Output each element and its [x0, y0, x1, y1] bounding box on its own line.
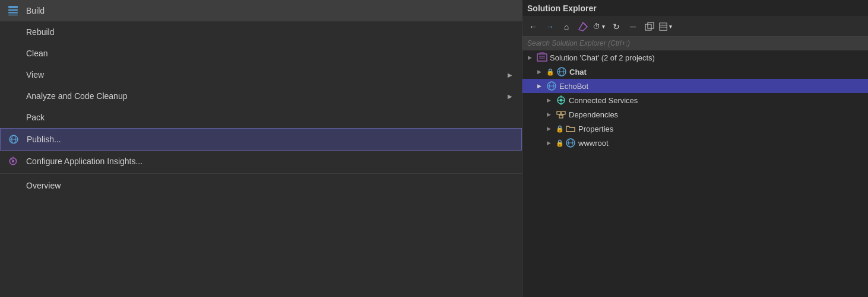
menu-item-view[interactable]: View ▶: [0, 64, 522, 85]
svg-rect-11: [645, 24, 651, 30]
svg-rect-33: [559, 115, 563, 118]
toolbar-vs-btn[interactable]: [576, 20, 590, 34]
chat-icon-group: 🔒: [546, 66, 567, 77]
pack-spacer: [7, 111, 19, 123]
menu-item-build[interactable]: Build: [0, 0, 522, 21]
tree-echobot-project[interactable]: ▶ EchoBot: [522, 79, 868, 93]
context-menu: Build Rebuild Clean View ▶ Analyze and C…: [0, 0, 522, 297]
analyze-content: Analyze and Code Cleanup: [7, 90, 127, 102]
solution-explorer-header: Solution Explorer: [522, 0, 868, 17]
overview-spacer: [7, 180, 19, 191]
insights-icon: [7, 155, 19, 167]
toolbar-filter-btn[interactable]: ▼: [659, 20, 673, 34]
solution-explorer-search[interactable]: Search Solution Explorer (Ctrl+;): [522, 37, 868, 50]
menu-item-clean-label: Clean: [26, 49, 48, 58]
menu-item-build-label: Build: [26, 6, 45, 15]
svg-point-26: [560, 99, 563, 102]
tree-connected-services[interactable]: ▶ Connected Services: [522, 93, 868, 107]
tree-wwwroot[interactable]: ▶ 🔒 wwwroot: [522, 136, 868, 150]
menu-item-rebuild-label: Rebuild: [26, 27, 54, 37]
view-content: View: [7, 69, 44, 81]
toolbar-home-btn[interactable]: ⌂: [559, 20, 574, 34]
dependencies-icon: [556, 109, 566, 120]
svg-point-8: [12, 160, 15, 163]
toolbar-history-btn[interactable]: ⏱ ▼: [593, 20, 607, 34]
solution-explorer-panel: Solution Explorer ← → ⌂ ⏱ ▼ ↻ ─: [522, 0, 868, 297]
analyze-spacer: [7, 90, 19, 102]
menu-item-view-label: View: [26, 70, 44, 79]
menu-item-analyze-label: Analyze and Code Cleanup: [26, 91, 127, 101]
rebuild-spacer: [7, 26, 19, 38]
solution-explorer-tree: ▶ Solution 'Chat' (2 of 2 projects) ▶ 🔒: [522, 50, 868, 297]
menu-item-publish-label: Publish...: [27, 135, 61, 144]
toolbar-forward-btn[interactable]: →: [543, 20, 557, 34]
menu-item-pack-label: Pack: [26, 113, 45, 122]
menu-item-insights-label: Configure Application Insights...: [26, 157, 142, 166]
view-spacer: [7, 69, 19, 81]
menu-item-publish[interactable]: Publish...: [0, 128, 522, 151]
svg-rect-12: [648, 23, 654, 28]
wwwroot-lock-icon: 🔒: [556, 139, 564, 147]
toolbar-back-btn[interactable]: ←: [526, 20, 540, 34]
svg-rect-0: [8, 6, 18, 8]
properties-lock-icon: 🔒: [556, 125, 564, 133]
search-placeholder: Search Solution Explorer (Ctrl+;): [527, 39, 630, 47]
chat-globe-icon: [556, 66, 567, 77]
toolbar-refresh-btn[interactable]: ↻: [609, 20, 623, 34]
dependencies-expand-icon[interactable]: ▶: [544, 110, 553, 119]
menu-item-overview[interactable]: Overview: [0, 175, 522, 196]
view-submenu-arrow: ▶: [508, 72, 512, 78]
build-icon: [7, 5, 19, 17]
menu-divider: [0, 173, 522, 174]
connected-services-expand-icon[interactable]: ▶: [544, 95, 553, 105]
tree-chat-project[interactable]: ▶ 🔒 Chat: [522, 65, 868, 79]
solution-explorer-title: Solution Explorer: [527, 4, 597, 13]
chat-expand-icon[interactable]: ▶: [534, 67, 544, 76]
solution-expand-icon[interactable]: ▶: [525, 53, 534, 62]
chat-label: Chat: [569, 68, 587, 76]
tree-solution[interactable]: ▶ Solution 'Chat' (2 of 2 projects): [522, 50, 868, 65]
toolbar-new-solution-btn[interactable]: [642, 20, 657, 34]
menu-item-analyze[interactable]: Analyze and Code Cleanup ▶: [0, 85, 522, 107]
wwwroot-globe-icon: [565, 138, 576, 148]
connected-services-label: Connected Services: [569, 96, 638, 105]
chat-lock-icon: 🔒: [546, 68, 555, 76]
svg-rect-31: [557, 111, 560, 114]
echobot-label: EchoBot: [559, 82, 588, 91]
dependencies-label: Dependencies: [569, 110, 618, 119]
tree-properties[interactable]: ▶ 🔒 Properties: [522, 122, 868, 136]
wwwroot-expand-icon[interactable]: ▶: [544, 138, 553, 148]
solution-label: Solution 'Chat' (2 of 2 projects): [550, 53, 655, 62]
echobot-expand-icon[interactable]: ▶: [534, 81, 544, 91]
menu-item-configure-insights[interactable]: Configure Application Insights...: [0, 151, 522, 172]
svg-rect-32: [562, 111, 565, 114]
properties-label: Properties: [578, 124, 613, 133]
connected-services-icon: [556, 95, 566, 106]
svg-rect-1: [8, 9, 18, 11]
solution-explorer-toolbar: ← → ⌂ ⏱ ▼ ↻ ─ ▼: [522, 17, 868, 37]
menu-item-overview-label: Overview: [26, 181, 61, 190]
wwwroot-icon-group: 🔒: [556, 138, 576, 148]
analyze-submenu-arrow: ▶: [508, 93, 512, 100]
wwwroot-label: wwwroot: [578, 139, 609, 148]
solution-icon: [537, 52, 547, 63]
properties-expand-icon[interactable]: ▶: [544, 124, 553, 133]
svg-rect-2: [8, 12, 18, 13]
tree-dependencies[interactable]: ▶ Dependencies: [522, 107, 868, 122]
menu-item-pack[interactable]: Pack: [0, 107, 522, 128]
properties-folder-icon: [565, 123, 576, 134]
svg-rect-3: [8, 15, 18, 15]
echobot-globe-icon: [546, 81, 557, 91]
publish-icon: [8, 133, 20, 145]
properties-icon-group: 🔒: [556, 123, 576, 134]
svg-rect-13: [660, 23, 667, 30]
clean-spacer: [7, 47, 19, 59]
toolbar-collapse-btn[interactable]: ─: [626, 20, 640, 34]
menu-item-rebuild[interactable]: Rebuild: [0, 21, 522, 43]
menu-item-clean[interactable]: Clean: [0, 43, 522, 64]
svg-rect-16: [537, 54, 547, 61]
